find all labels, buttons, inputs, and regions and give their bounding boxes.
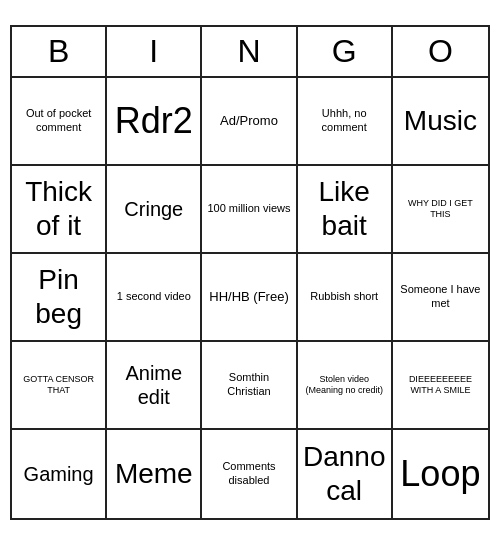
- bingo-cell-20: Gaming: [12, 430, 107, 518]
- bingo-cell-0: Out of pocket comment: [12, 78, 107, 166]
- cell-text-19: DIEEEEEEEEE WITH A SMILE: [397, 374, 484, 396]
- bingo-cell-9: WHY DID I GET THIS: [393, 166, 488, 254]
- header-letter-n: N: [202, 27, 297, 76]
- bingo-cell-4: Music: [393, 78, 488, 166]
- bingo-grid: Out of pocket commentRdr2Ad/PromoUhhh, n…: [12, 78, 488, 518]
- bingo-cell-12: HH/HB (Free): [202, 254, 297, 342]
- cell-text-0: Out of pocket comment: [16, 107, 101, 133]
- cell-text-18: Stolen video (Meaning no credit): [302, 374, 387, 396]
- cell-text-15: GOTTA CENSOR THAT: [16, 374, 101, 396]
- header-letter-i: I: [107, 27, 202, 76]
- bingo-cell-15: GOTTA CENSOR THAT: [12, 342, 107, 430]
- bingo-cell-10: Pin beg: [12, 254, 107, 342]
- bingo-card: BINGO Out of pocket commentRdr2Ad/PromoU…: [10, 25, 490, 520]
- bingo-cell-5: Thick of it: [12, 166, 107, 254]
- cell-text-14: Someone I have met: [397, 283, 484, 309]
- bingo-cell-21: Meme: [107, 430, 202, 518]
- cell-text-21: Meme: [115, 457, 193, 491]
- bingo-cell-16: Anime edit: [107, 342, 202, 430]
- bingo-header: BINGO: [12, 27, 488, 78]
- cell-text-6: Cringe: [124, 197, 183, 221]
- bingo-cell-7: 100 million views: [202, 166, 297, 254]
- cell-text-3: Uhhh, no comment: [302, 107, 387, 133]
- bingo-cell-3: Uhhh, no comment: [298, 78, 393, 166]
- cell-text-7: 100 million views: [207, 202, 290, 215]
- bingo-cell-14: Someone I have met: [393, 254, 488, 342]
- cell-text-16: Anime edit: [111, 361, 196, 409]
- cell-text-20: Gaming: [24, 462, 94, 486]
- cell-text-1: Rdr2: [115, 99, 193, 142]
- cell-text-23: Danno cal: [302, 440, 387, 507]
- cell-text-9: WHY DID I GET THIS: [397, 198, 484, 220]
- bingo-cell-6: Cringe: [107, 166, 202, 254]
- cell-text-11: 1 second video: [117, 290, 191, 303]
- bingo-cell-2: Ad/Promo: [202, 78, 297, 166]
- cell-text-5: Thick of it: [16, 175, 101, 242]
- cell-text-17: Somthin Christian: [206, 371, 291, 397]
- bingo-cell-17: Somthin Christian: [202, 342, 297, 430]
- bingo-cell-24: Loop: [393, 430, 488, 518]
- bingo-cell-1: Rdr2: [107, 78, 202, 166]
- header-letter-g: G: [298, 27, 393, 76]
- bingo-cell-11: 1 second video: [107, 254, 202, 342]
- cell-text-24: Loop: [400, 452, 480, 495]
- cell-text-8: Like bait: [302, 175, 387, 242]
- bingo-cell-18: Stolen video (Meaning no credit): [298, 342, 393, 430]
- cell-text-2: Ad/Promo: [220, 113, 278, 129]
- cell-text-10: Pin beg: [16, 263, 101, 330]
- cell-text-13: Rubbish short: [310, 290, 378, 303]
- cell-text-4: Music: [404, 104, 477, 138]
- bingo-cell-13: Rubbish short: [298, 254, 393, 342]
- cell-text-22: Comments disabled: [206, 460, 291, 486]
- cell-text-12: HH/HB (Free): [209, 289, 288, 305]
- header-letter-b: B: [12, 27, 107, 76]
- header-letter-o: O: [393, 27, 488, 76]
- bingo-cell-19: DIEEEEEEEEE WITH A SMILE: [393, 342, 488, 430]
- bingo-cell-23: Danno cal: [298, 430, 393, 518]
- bingo-cell-8: Like bait: [298, 166, 393, 254]
- bingo-cell-22: Comments disabled: [202, 430, 297, 518]
